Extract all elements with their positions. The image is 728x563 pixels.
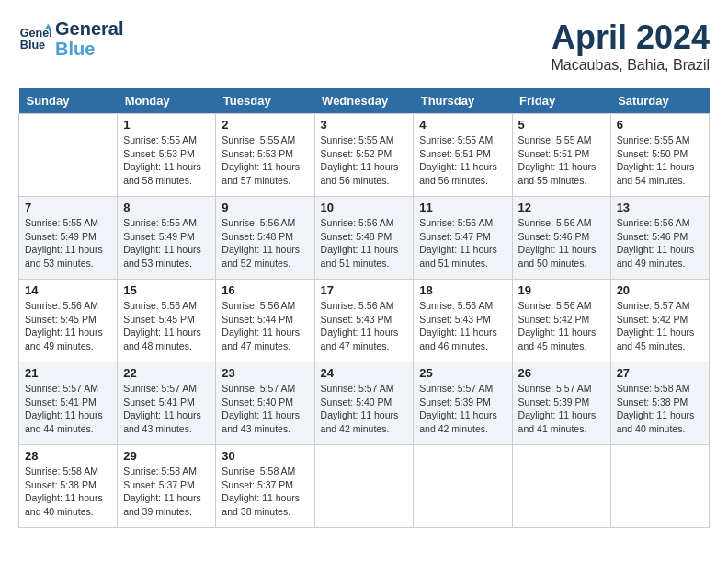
day-info: Sunrise: 5:55 AM Sunset: 5:53 PM Dayligh… bbox=[123, 133, 210, 188]
calendar-cell bbox=[512, 445, 610, 528]
day-number: 17 bbox=[321, 283, 408, 297]
calendar-cell: 21Sunrise: 5:57 AM Sunset: 5:41 PM Dayli… bbox=[19, 362, 118, 445]
day-number: 29 bbox=[123, 449, 210, 463]
calendar-cell: 10Sunrise: 5:56 AM Sunset: 5:48 PM Dayli… bbox=[314, 197, 414, 280]
calendar-cell: 20Sunrise: 5:57 AM Sunset: 5:42 PM Dayli… bbox=[610, 280, 709, 362]
day-number: 14 bbox=[25, 283, 111, 297]
logo-general: General bbox=[55, 18, 123, 39]
svg-text:Blue: Blue bbox=[20, 39, 45, 52]
day-info: Sunrise: 5:55 AM Sunset: 5:50 PM Dayligh… bbox=[617, 133, 703, 188]
day-info: Sunrise: 5:57 AM Sunset: 5:41 PM Dayligh… bbox=[123, 382, 210, 436]
day-number: 13 bbox=[617, 201, 703, 214]
day-info: Sunrise: 5:57 AM Sunset: 5:40 PM Dayligh… bbox=[222, 382, 308, 436]
calendar-week-row: 7Sunrise: 5:55 AM Sunset: 5:49 PM Daylig… bbox=[19, 197, 710, 280]
weekday-header-saturday: Saturday bbox=[610, 88, 709, 114]
day-number: 23 bbox=[222, 366, 308, 380]
day-info: Sunrise: 5:56 AM Sunset: 5:48 PM Dayligh… bbox=[222, 216, 308, 270]
day-info: Sunrise: 5:56 AM Sunset: 5:46 PM Dayligh… bbox=[617, 216, 703, 270]
day-number: 20 bbox=[617, 283, 703, 297]
weekday-header-monday: Monday bbox=[118, 88, 216, 114]
calendar-cell: 29Sunrise: 5:58 AM Sunset: 5:37 PM Dayli… bbox=[118, 445, 216, 528]
calendar-cell: 22Sunrise: 5:57 AM Sunset: 5:41 PM Dayli… bbox=[118, 362, 216, 445]
calendar-cell: 16Sunrise: 5:56 AM Sunset: 5:44 PM Dayli… bbox=[216, 280, 314, 362]
calendar-week-row: 1Sunrise: 5:55 AM Sunset: 5:53 PM Daylig… bbox=[19, 114, 710, 197]
calendar-cell: 8Sunrise: 5:55 AM Sunset: 5:49 PM Daylig… bbox=[118, 197, 216, 280]
calendar-cell bbox=[610, 445, 709, 528]
day-number: 1 bbox=[123, 118, 210, 132]
location: Macaubas, Bahia, Brazil bbox=[551, 57, 710, 74]
day-number: 25 bbox=[419, 366, 506, 380]
weekday-header-tuesday: Tuesday bbox=[216, 88, 314, 114]
calendar-cell: 18Sunrise: 5:56 AM Sunset: 5:43 PM Dayli… bbox=[414, 280, 512, 362]
day-number: 28 bbox=[25, 449, 111, 463]
day-info: Sunrise: 5:56 AM Sunset: 5:45 PM Dayligh… bbox=[123, 299, 210, 353]
day-number: 2 bbox=[222, 118, 308, 132]
month-title: April 2024 bbox=[551, 18, 710, 57]
day-info: Sunrise: 5:55 AM Sunset: 5:52 PM Dayligh… bbox=[321, 133, 408, 188]
calendar-cell: 5Sunrise: 5:55 AM Sunset: 5:51 PM Daylig… bbox=[512, 114, 610, 197]
day-number: 27 bbox=[617, 366, 703, 380]
logo: General Blue General Blue bbox=[18, 18, 123, 59]
day-info: Sunrise: 5:55 AM Sunset: 5:51 PM Dayligh… bbox=[419, 133, 506, 188]
day-info: Sunrise: 5:56 AM Sunset: 5:44 PM Dayligh… bbox=[222, 299, 308, 353]
logo-icon: General Blue bbox=[18, 22, 51, 55]
calendar-cell: 28Sunrise: 5:58 AM Sunset: 5:38 PM Dayli… bbox=[19, 445, 118, 528]
calendar-cell bbox=[314, 445, 414, 528]
calendar-cell: 7Sunrise: 5:55 AM Sunset: 5:49 PM Daylig… bbox=[19, 197, 118, 280]
calendar-cell: 13Sunrise: 5:56 AM Sunset: 5:46 PM Dayli… bbox=[610, 197, 709, 280]
calendar-cell: 17Sunrise: 5:56 AM Sunset: 5:43 PM Dayli… bbox=[314, 280, 414, 362]
page-header: General Blue General Blue April 2024 Mac… bbox=[18, 18, 710, 74]
day-info: Sunrise: 5:56 AM Sunset: 5:42 PM Dayligh… bbox=[518, 299, 605, 353]
day-number: 16 bbox=[222, 283, 308, 297]
day-info: Sunrise: 5:56 AM Sunset: 5:46 PM Dayligh… bbox=[518, 216, 605, 270]
day-number: 21 bbox=[25, 366, 111, 380]
day-info: Sunrise: 5:57 AM Sunset: 5:42 PM Dayligh… bbox=[617, 299, 703, 353]
calendar-cell: 6Sunrise: 5:55 AM Sunset: 5:50 PM Daylig… bbox=[610, 114, 709, 197]
calendar-cell: 24Sunrise: 5:57 AM Sunset: 5:40 PM Dayli… bbox=[314, 362, 414, 445]
day-info: Sunrise: 5:56 AM Sunset: 5:47 PM Dayligh… bbox=[419, 216, 506, 270]
logo-blue: Blue bbox=[55, 39, 123, 59]
day-info: Sunrise: 5:58 AM Sunset: 5:37 PM Dayligh… bbox=[222, 465, 308, 519]
calendar-cell bbox=[414, 445, 512, 528]
day-number: 24 bbox=[321, 366, 408, 380]
weekday-header-thursday: Thursday bbox=[414, 88, 512, 114]
day-number: 12 bbox=[518, 201, 605, 214]
calendar-cell: 11Sunrise: 5:56 AM Sunset: 5:47 PM Dayli… bbox=[414, 197, 512, 280]
calendar-cell: 3Sunrise: 5:55 AM Sunset: 5:52 PM Daylig… bbox=[314, 114, 414, 197]
calendar-cell: 9Sunrise: 5:56 AM Sunset: 5:48 PM Daylig… bbox=[216, 197, 314, 280]
day-number: 6 bbox=[617, 118, 703, 132]
day-number: 5 bbox=[518, 118, 605, 132]
calendar-cell bbox=[19, 114, 118, 197]
day-number: 11 bbox=[419, 201, 506, 214]
day-number: 30 bbox=[222, 449, 308, 463]
day-number: 10 bbox=[321, 201, 408, 214]
calendar-cell: 25Sunrise: 5:57 AM Sunset: 5:39 PM Dayli… bbox=[414, 362, 512, 445]
day-info: Sunrise: 5:55 AM Sunset: 5:53 PM Dayligh… bbox=[222, 133, 308, 188]
calendar-cell: 14Sunrise: 5:56 AM Sunset: 5:45 PM Dayli… bbox=[19, 280, 118, 362]
calendar-cell: 15Sunrise: 5:56 AM Sunset: 5:45 PM Dayli… bbox=[118, 280, 216, 362]
calendar-table: SundayMondayTuesdayWednesdayThursdayFrid… bbox=[18, 88, 710, 528]
calendar-cell: 12Sunrise: 5:56 AM Sunset: 5:46 PM Dayli… bbox=[512, 197, 610, 280]
weekday-header-wednesday: Wednesday bbox=[314, 88, 414, 114]
calendar-week-row: 21Sunrise: 5:57 AM Sunset: 5:41 PM Dayli… bbox=[19, 362, 710, 445]
calendar-cell: 30Sunrise: 5:58 AM Sunset: 5:37 PM Dayli… bbox=[216, 445, 314, 528]
weekday-header-friday: Friday bbox=[512, 88, 610, 114]
day-info: Sunrise: 5:57 AM Sunset: 5:40 PM Dayligh… bbox=[321, 382, 408, 436]
calendar-cell: 19Sunrise: 5:56 AM Sunset: 5:42 PM Dayli… bbox=[512, 280, 610, 362]
day-info: Sunrise: 5:58 AM Sunset: 5:38 PM Dayligh… bbox=[617, 382, 703, 436]
calendar-cell: 4Sunrise: 5:55 AM Sunset: 5:51 PM Daylig… bbox=[414, 114, 512, 197]
day-number: 9 bbox=[222, 201, 308, 214]
calendar-week-row: 28Sunrise: 5:58 AM Sunset: 5:38 PM Dayli… bbox=[19, 445, 710, 528]
day-number: 18 bbox=[419, 283, 506, 297]
day-number: 8 bbox=[123, 201, 210, 214]
calendar-cell: 23Sunrise: 5:57 AM Sunset: 5:40 PM Dayli… bbox=[216, 362, 314, 445]
day-number: 26 bbox=[518, 366, 605, 380]
day-info: Sunrise: 5:56 AM Sunset: 5:43 PM Dayligh… bbox=[419, 299, 506, 353]
day-number: 4 bbox=[419, 118, 506, 132]
day-number: 7 bbox=[25, 201, 111, 214]
day-number: 19 bbox=[518, 283, 605, 297]
day-info: Sunrise: 5:55 AM Sunset: 5:49 PM Dayligh… bbox=[123, 216, 210, 270]
calendar-cell: 27Sunrise: 5:58 AM Sunset: 5:38 PM Dayli… bbox=[610, 362, 709, 445]
calendar-cell: 1Sunrise: 5:55 AM Sunset: 5:53 PM Daylig… bbox=[118, 114, 216, 197]
day-number: 3 bbox=[321, 118, 408, 132]
